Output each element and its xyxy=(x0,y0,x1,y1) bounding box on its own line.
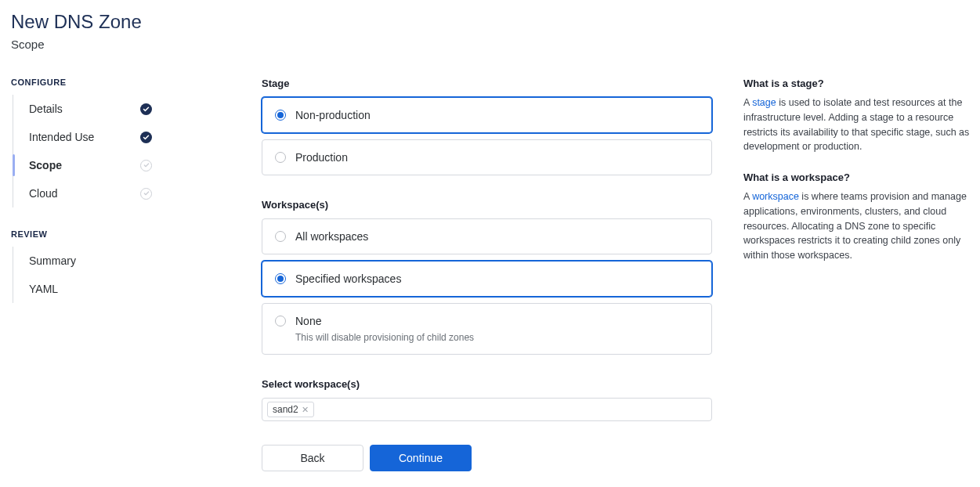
check-icon xyxy=(140,103,152,115)
radio-label: Production xyxy=(295,151,348,164)
help-text-fragment: is used to isolate and test resources at… xyxy=(743,97,969,152)
sidebar-item-yaml[interactable]: YAML xyxy=(13,275,230,303)
check-icon xyxy=(140,132,152,143)
radio-icon xyxy=(275,231,286,242)
sidebar-section-review: REVIEW xyxy=(11,229,230,239)
close-icon[interactable]: ✕ xyxy=(302,405,309,415)
radio-all-workspaces[interactable]: All workspaces xyxy=(262,218,712,254)
workspace-link[interactable]: workspace xyxy=(752,191,799,202)
help-stage-text: A stage is used to isolate and test reso… xyxy=(743,96,975,154)
sidebar-item-label: Intended Use xyxy=(29,131,94,143)
stage-link[interactable]: stage xyxy=(752,97,776,108)
wizard-sidebar: CONFIGURE Details Intended Use Scope xyxy=(11,78,230,471)
help-text-fragment: A xyxy=(743,191,752,202)
radio-icon xyxy=(275,273,286,284)
workspace-chip: sand2 ✕ xyxy=(267,402,314,417)
stage-radio-group: Non-production Production xyxy=(262,97,712,175)
help-workspace-text: A workspace is where teams provision and… xyxy=(743,189,975,263)
radio-none[interactable]: None This will disable provisioning of c… xyxy=(262,303,712,355)
sidebar-section-configure: CONFIGURE xyxy=(11,78,230,87)
workspaces-radio-group: All workspaces Specified workspaces None… xyxy=(262,218,712,355)
radio-icon xyxy=(275,152,286,163)
continue-button[interactable]: Continue xyxy=(370,445,472,471)
sidebar-item-label: Scope xyxy=(29,159,62,171)
help-panel: What is a stage? A stage is used to isol… xyxy=(743,78,975,471)
sidebar-item-label: YAML xyxy=(29,283,58,295)
radio-label: All workspaces xyxy=(295,230,368,243)
radio-icon xyxy=(275,316,286,326)
sidebar-item-scope[interactable]: Scope xyxy=(13,151,230,179)
radio-production[interactable]: Production xyxy=(262,139,712,175)
page-title: New DNS Zone xyxy=(11,11,969,33)
radio-label: None xyxy=(295,315,321,327)
radio-subtext: This will disable provisioning of child … xyxy=(295,332,699,343)
chip-label: sand2 xyxy=(273,404,298,415)
help-stage-heading: What is a stage? xyxy=(743,78,975,89)
form-main: Stage Non-production Production Workspac… xyxy=(262,78,712,471)
radio-icon xyxy=(275,110,286,121)
help-text-fragment: A xyxy=(743,97,752,108)
sidebar-item-cloud[interactable]: Cloud xyxy=(13,179,230,207)
select-workspaces-label: Select workspace(s) xyxy=(262,378,712,390)
sidebar-item-label: Cloud xyxy=(29,187,58,200)
radio-specified-workspaces[interactable]: Specified workspaces xyxy=(262,261,712,297)
stage-label: Stage xyxy=(262,78,712,89)
sidebar-item-intended-use[interactable]: Intended Use xyxy=(13,123,230,151)
radio-label: Specified workspaces xyxy=(295,272,401,285)
radio-non-production[interactable]: Non-production xyxy=(262,97,712,133)
sidebar-item-details[interactable]: Details xyxy=(13,95,230,123)
sidebar-item-summary[interactable]: Summary xyxy=(13,247,230,275)
check-pending-icon xyxy=(140,160,152,171)
radio-label: Non-production xyxy=(295,109,371,121)
workspace-multiselect[interactable]: sand2 ✕ xyxy=(262,398,712,421)
check-pending-icon xyxy=(140,188,152,200)
workspaces-label: Workspace(s) xyxy=(262,199,712,211)
help-workspace-heading: What is a workspace? xyxy=(743,171,975,183)
page-subtitle: Scope xyxy=(11,38,969,51)
sidebar-item-label: Summary xyxy=(29,254,76,267)
back-button[interactable]: Back xyxy=(262,445,363,471)
sidebar-item-label: Details xyxy=(29,103,63,115)
